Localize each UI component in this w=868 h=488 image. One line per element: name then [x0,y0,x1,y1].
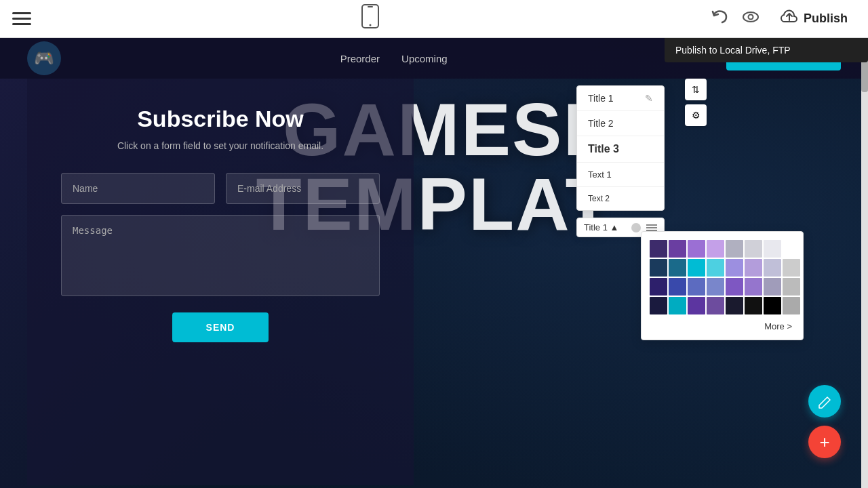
color-cell[interactable] [745,259,762,277]
more-colors-link[interactable]: More > [650,321,795,331]
color-cell[interactable] [726,240,743,258]
settings-toolbar-btn[interactable]: ⚙ [685,104,707,126]
style-selected-label: Title 1 ▲ [584,222,626,232]
form-subtitle: Click on a form field to set your notifi… [117,140,323,151]
top-bar-right: Publish [710,5,868,33]
svg-point-2 [370,24,372,26]
color-cell[interactable] [745,297,762,314]
text-style-dropdown: Title 1 ✎ Title 2 Title 3 Text 1 Text 2 [576,85,665,211]
dropdown-item-text2[interactable]: Text 2 [577,187,664,210]
top-bar-left [0,12,31,25]
publish-tooltip: Publish to Local Drive, FTP [665,38,868,62]
canvas-toolbar: ⇅ ⚙ [685,79,726,126]
top-bar: Publish [0,0,868,38]
nav-upcoming[interactable]: Upcoming [401,53,448,64]
dropdown-item-title2[interactable]: Title 2 [577,111,664,136]
style-align-icon [646,224,657,231]
color-cell[interactable] [726,278,743,296]
color-cell[interactable] [707,278,724,296]
preview-icon[interactable] [741,7,760,30]
scrollbar[interactable] [861,38,868,488]
sort-toolbar-btn[interactable]: ⇅ [685,79,707,100]
form-title: Subscribe Now [137,106,304,132]
menu-icon[interactable] [12,12,31,25]
email-input[interactable] [226,173,380,204]
color-palette: More > [641,231,804,340]
plus-icon: + [819,433,829,451]
color-cell[interactable] [688,240,705,258]
color-cell[interactable] [764,240,781,258]
color-cell[interactable] [650,297,667,314]
color-cell[interactable] [783,259,800,277]
color-grid [650,240,795,314]
color-cell[interactable] [726,297,743,314]
add-fab-button[interactable]: + [808,426,841,458]
undo-icon[interactable] [710,7,729,30]
logo-icon: 🎮 [27,41,61,75]
color-cell[interactable] [783,297,800,314]
color-cell[interactable] [764,259,781,277]
style-circle-icon [631,223,641,232]
publish-button[interactable]: Publish [772,5,856,33]
canvas-area: 🎮 Preorder Upcoming JOIN TO COMUNITY Sub… [0,38,868,488]
top-bar-center [361,4,380,33]
svg-point-4 [748,14,753,19]
edit-title1-icon[interactable]: ✎ [645,93,653,104]
color-cell[interactable] [688,278,705,296]
color-cell[interactable] [650,240,667,258]
color-cell[interactable] [764,278,781,296]
mobile-preview-icon[interactable] [361,4,380,33]
color-cell[interactable] [669,240,686,258]
svg-rect-1 [368,6,373,7]
color-cell[interactable] [707,297,724,314]
publish-label: Publish [804,12,848,26]
color-cell[interactable] [688,297,705,314]
dropdown-item-title1[interactable]: Title 1 ✎ [577,86,664,111]
color-cell[interactable] [745,240,762,258]
edit-fab-button[interactable] [808,385,841,418]
color-cell[interactable] [669,278,686,296]
color-cell[interactable] [783,278,800,296]
color-cell[interactable] [783,240,800,258]
color-cell[interactable] [707,240,724,258]
svg-point-3 [743,12,758,22]
color-cell[interactable] [688,259,705,277]
color-cell[interactable] [764,297,781,314]
name-input[interactable] [61,173,215,204]
color-cell[interactable] [650,278,667,296]
message-textarea[interactable] [61,215,380,296]
send-button[interactable]: SEND [172,312,269,342]
dropdown-item-title3[interactable]: Title 3 [577,136,664,163]
site-logo: 🎮 [27,41,61,75]
color-cell[interactable] [669,297,686,314]
color-cell[interactable] [745,278,762,296]
nav-links: Preorder Upcoming [340,53,448,64]
color-cell[interactable] [669,259,686,277]
nav-preorder[interactable]: Preorder [340,53,380,64]
dropdown-item-text1[interactable]: Text 1 [577,163,664,187]
form-panel: Subscribe Now Click on a form field to s… [27,79,414,485]
form-name-email-row [61,173,380,204]
cloud-upload-icon [781,9,798,28]
color-cell[interactable] [650,259,667,277]
color-cell[interactable] [707,259,724,277]
color-cell[interactable] [726,259,743,277]
